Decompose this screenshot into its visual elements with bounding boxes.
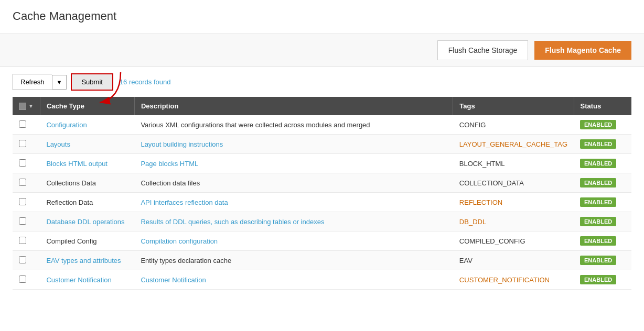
- tags-text: CONFIG: [453, 115, 574, 135]
- records-found: 16 records found: [120, 78, 171, 86]
- status-badge: ENABLED: [580, 256, 616, 265]
- table-row: Reflection DataAPI interfaces reflection…: [13, 193, 631, 212]
- cache-type-text: Reflection Data: [40, 193, 134, 212]
- description-link[interactable]: Page blocks HTML: [141, 160, 198, 168]
- status-badge: ENABLED: [580, 217, 616, 226]
- table-row: Blocks HTML outputPage blocks HTMLBLOCK_…: [13, 154, 631, 173]
- refresh-button[interactable]: Refresh: [13, 74, 52, 90]
- tags-link[interactable]: REFLECTION: [459, 198, 502, 206]
- cache-type-link[interactable]: Blocks HTML output: [46, 160, 108, 168]
- status-badge: ENABLED: [580, 178, 616, 187]
- description-link[interactable]: Layout building instructions: [141, 140, 223, 148]
- tags-text: COMPILED_CONFIG: [453, 231, 574, 251]
- row-checkbox[interactable]: [19, 256, 26, 263]
- table-row: LayoutsLayout building instructionsLAYOU…: [13, 135, 631, 154]
- table-row: Compiled ConfigCompilation configuration…: [13, 231, 631, 251]
- description-text: Entity types declaration cache: [134, 251, 453, 270]
- row-checkbox[interactable]: [19, 237, 26, 244]
- col-header-status: Status: [574, 97, 631, 115]
- table-row: EAV types and attributesEntity types dec…: [13, 251, 631, 270]
- description-link[interactable]: API interfaces reflection data: [141, 198, 228, 206]
- tags-text: EAV: [453, 251, 574, 270]
- flush-magento-cache-button[interactable]: Flush Magento Cache: [534, 41, 631, 60]
- cache-type-link[interactable]: Database DDL operations: [46, 218, 124, 226]
- status-badge: ENABLED: [580, 120, 616, 129]
- row-checkbox[interactable]: [19, 179, 26, 186]
- status-badge: ENABLED: [580, 197, 616, 207]
- refresh-group: Refresh ▼: [13, 74, 67, 90]
- cache-type-text: Compiled Config: [40, 231, 134, 251]
- description-text: Collection data files: [134, 173, 453, 193]
- description-link[interactable]: Compilation configuration: [141, 237, 218, 245]
- table-row: Collections DataCollection data filesCOL…: [13, 173, 631, 193]
- row-checkbox[interactable]: [19, 275, 26, 283]
- page-title: Cache Management: [13, 9, 631, 23]
- col-header-tags: Tags: [453, 97, 574, 115]
- cache-type-link[interactable]: Configuration: [46, 121, 87, 129]
- select-all-header[interactable]: ▼: [13, 97, 40, 115]
- tags-text: BLOCK_HTML: [453, 154, 574, 173]
- row-checkbox[interactable]: [19, 198, 26, 205]
- cache-type-link[interactable]: EAV types and attributes: [46, 257, 121, 264]
- tags-link[interactable]: CUSTOMER_NOTIFICATION: [459, 276, 550, 284]
- status-badge: ENABLED: [580, 275, 616, 284]
- submit-button[interactable]: Submit: [71, 73, 113, 91]
- status-badge: ENABLED: [580, 159, 616, 168]
- col-header-cache-type: Cache Type: [40, 97, 134, 115]
- row-checkbox[interactable]: [19, 120, 26, 128]
- tags-text: COLLECTION_DATA: [453, 173, 574, 193]
- flush-cache-storage-button[interactable]: Flush Cache Storage: [437, 40, 529, 60]
- cache-table: ▼ Cache Type Description Tags Status Con…: [13, 97, 631, 290]
- refresh-dropdown-arrow[interactable]: ▼: [52, 75, 67, 90]
- table-row: Database DDL operationsResults of DDL qu…: [13, 212, 631, 231]
- top-bar: Flush Cache Storage Flush Magento Cache: [0, 34, 644, 67]
- table-body: ConfigurationVarious XML configurations …: [13, 115, 631, 290]
- cache-type-text: Collections Data: [40, 173, 134, 193]
- description-link[interactable]: Customer Notification: [141, 276, 206, 284]
- col-header-description: Description: [134, 97, 453, 115]
- description-text: Various XML configurations that were col…: [134, 115, 453, 135]
- table-row: ConfigurationVarious XML configurations …: [13, 115, 631, 135]
- toolbar-wrapper: Refresh ▼ Submit 16 records found: [0, 67, 644, 97]
- table-row: Customer NotificationCustomer Notificati…: [13, 270, 631, 290]
- description-link[interactable]: Results of DDL queries, such as describi…: [141, 218, 324, 226]
- row-checkbox[interactable]: [19, 140, 26, 147]
- row-checkbox[interactable]: [19, 217, 26, 225]
- status-badge: ENABLED: [580, 236, 616, 246]
- tags-link[interactable]: LAYOUT_GENERAL_CACHE_TAG: [459, 140, 567, 148]
- table-header: ▼ Cache Type Description Tags Status: [13, 97, 631, 115]
- cache-type-link[interactable]: Layouts: [46, 140, 70, 148]
- cache-table-container: ▼ Cache Type Description Tags Status Con…: [0, 97, 644, 290]
- tags-link[interactable]: DB_DDL: [459, 218, 486, 226]
- status-badge: ENABLED: [580, 139, 616, 149]
- toolbar: Refresh ▼ Submit 16 records found: [0, 67, 644, 97]
- cache-type-link[interactable]: Customer Notification: [46, 276, 111, 284]
- row-checkbox[interactable]: [19, 159, 26, 167]
